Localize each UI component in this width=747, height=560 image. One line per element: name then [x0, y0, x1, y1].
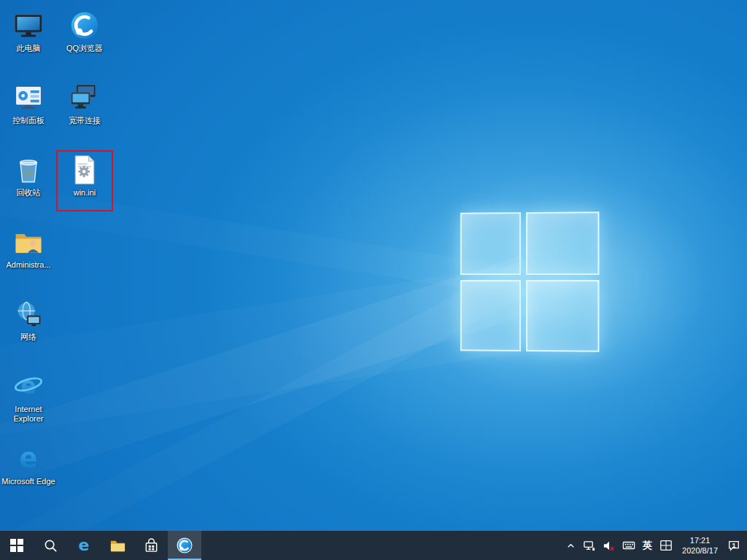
desktop-icon-label: Administra...: [6, 260, 50, 270]
wallpaper-beam: [0, 255, 540, 531]
tray-ime-indicator[interactable]: 英: [639, 531, 656, 560]
network-icon: [12, 298, 45, 331]
desktop-wallpaper: 此电脑 控制面板: [0, 0, 747, 531]
search-button[interactable]: [34, 531, 67, 560]
desktop-icon-column-2: QQ浏览器 宽带连接: [58, 6, 112, 222]
wallpaper-beam: [0, 259, 539, 531]
desktop-icon-label: 此电脑: [17, 44, 41, 53]
windows-logo: [460, 211, 600, 351]
chevron-up-icon: [566, 541, 576, 551]
microsoft-store-icon: [144, 538, 159, 553]
desktop-icon-admin-folder[interactable]: Administra...: [1, 222, 55, 295]
tray-ime-keyboard[interactable]: [656, 531, 676, 560]
taskbar-store-button[interactable]: [134, 531, 168, 560]
windows-logo-pane: [460, 280, 521, 351]
windows-logo-pane: [460, 212, 521, 275]
taskbar-left: e: [0, 531, 201, 560]
desktop-icon-label: win.ini: [74, 188, 96, 198]
clock-date: 2020/8/17: [682, 545, 718, 556]
search-icon: [44, 539, 58, 553]
wallpaper-beam: [0, 263, 538, 464]
desktop-icon-label: Microsoft Edge: [1, 477, 55, 486]
qq-browser-icon: [176, 537, 193, 554]
file-explorer-icon: [109, 537, 126, 554]
touch-keyboard-icon: [622, 539, 635, 552]
desktop-icon-label: 网络: [20, 332, 36, 342]
taskbar-edge-button[interactable]: e: [67, 531, 101, 560]
svg-text:e: e: [20, 443, 38, 474]
desktop-icon-win-ini[interactable]: win.ini: [58, 150, 112, 222]
desktop-icon-microsoft-edge[interactable]: e Microsoft Edge: [1, 439, 55, 511]
edge-icon: e: [75, 537, 93, 554]
desktop-icon-label: Internet Explorer: [1, 405, 55, 424]
windows-logo-pane: [526, 211, 599, 275]
ini-file-icon: [68, 153, 101, 187]
notification-badge: 1: [732, 542, 735, 549]
this-pc-icon: [12, 9, 45, 42]
desktop-icon-recycle-bin[interactable]: 回收站: [1, 150, 55, 222]
tray-show-hidden-icons[interactable]: [562, 531, 579, 560]
tray-clock[interactable]: 17:21 2020/8/17: [676, 531, 724, 560]
desktop-icon-this-pc[interactable]: 此电脑: [1, 6, 55, 78]
desktop-icon-internet-explorer[interactable]: e Internet Explorer: [1, 367, 55, 439]
desktop-icon-label: 宽带连接: [69, 116, 101, 125]
tray-volume[interactable]: [599, 531, 619, 560]
action-center-button[interactable]: 1: [724, 531, 744, 560]
desktop-icon-network[interactable]: 网络: [1, 295, 55, 367]
desktop-icon-column-1: 此电脑 控制面板: [1, 6, 55, 511]
desktop-icon-label: 回收站: [17, 188, 41, 198]
svg-text:e: e: [20, 373, 36, 399]
windows-start-icon: [10, 539, 23, 552]
windows-logo-pane: [526, 280, 599, 352]
taskbar-qq-browser-button[interactable]: [168, 531, 201, 560]
control-panel-icon: [12, 81, 45, 114]
internet-explorer-icon: e: [12, 370, 45, 403]
user-folder-icon: [12, 225, 45, 259]
broadband-connection-icon: [68, 81, 101, 114]
network-ethernet-icon: [583, 540, 595, 552]
system-tray: 英 17:21 2020/8/17 1: [562, 531, 747, 560]
desktop-icon-label: 控制面板: [12, 116, 44, 125]
keyboard-grid-icon: [659, 539, 673, 552]
microsoft-edge-icon: e: [12, 442, 45, 475]
volume-muted-icon: [603, 540, 615, 552]
desktop-icon-broadband[interactable]: 宽带连接: [58, 78, 112, 150]
taskbar-file-explorer-button[interactable]: [101, 531, 134, 560]
recycle-bin-icon: [12, 153, 45, 187]
desktop-icon-qq-browser[interactable]: QQ浏览器: [58, 6, 112, 78]
desktop-icon-label: QQ浏览器: [66, 44, 103, 53]
svg-text:e: e: [79, 537, 90, 554]
tray-touch-keyboard[interactable]: [619, 531, 639, 560]
desktop-icon-control-panel[interactable]: 控制面板: [1, 78, 55, 150]
tray-network[interactable]: [579, 531, 599, 560]
qq-browser-icon: [68, 9, 101, 42]
clock-time: 17:21: [690, 535, 711, 545]
start-button[interactable]: [0, 531, 34, 560]
taskbar: e: [0, 531, 747, 560]
